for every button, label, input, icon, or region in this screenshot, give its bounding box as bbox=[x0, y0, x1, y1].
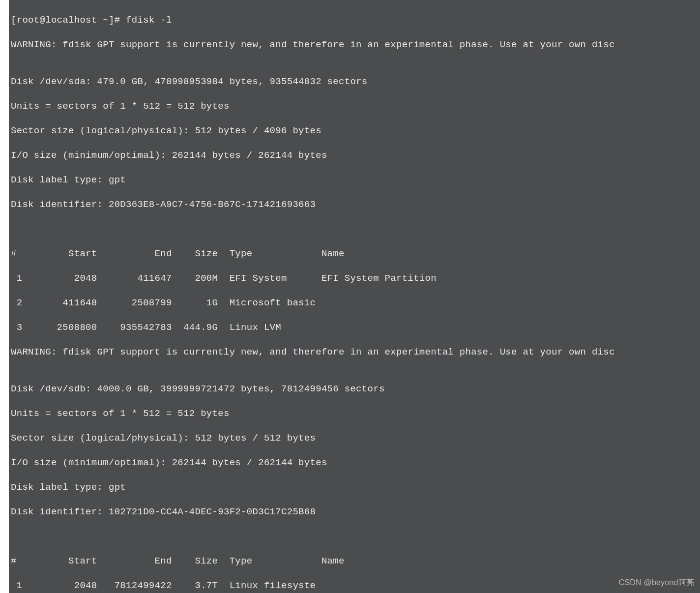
partition-table-header: # Start End Size Type Name bbox=[11, 555, 700, 567]
disk-sda-io-size: I/O size (minimum/optimal): 262144 bytes… bbox=[11, 149, 700, 162]
partition-row: 2 411648 2508799 1G Microsoft basic bbox=[11, 297, 700, 309]
disk-sdb-label: Disk label type: gpt bbox=[11, 481, 700, 494]
disk-sda-label: Disk label type: gpt bbox=[11, 174, 700, 186]
partition-row: 1 2048 411647 200M EFI System EFI System… bbox=[11, 272, 700, 285]
disk-sda-units: Units = sectors of 1 * 512 = 512 bytes bbox=[11, 100, 700, 113]
watermark-text: CSDN @beyond阿亮 bbox=[619, 578, 694, 588]
warning-line: WARNING: fdisk GPT support is currently … bbox=[11, 39, 700, 51]
left-gutter bbox=[0, 0, 9, 593]
partition-row: 1 2048 7812499422 3.7T Linux filesyste bbox=[11, 580, 700, 592]
disk-sdb-sector-size: Sector size (logical/physical): 512 byte… bbox=[11, 432, 700, 445]
partition-table-header: # Start End Size Type Name bbox=[11, 248, 700, 260]
disk-sda-sector-size: Sector size (logical/physical): 512 byte… bbox=[11, 125, 700, 137]
disk-sda-header: Disk /dev/sda: 479.0 GB, 478998953984 by… bbox=[11, 76, 700, 88]
warning-line: WARNING: fdisk GPT support is currently … bbox=[11, 346, 700, 358]
disk-sdb-identifier: Disk identifier: 102721D0-CC4A-4DEC-93F2… bbox=[11, 506, 700, 518]
disk-sdb-header: Disk /dev/sdb: 4000.0 GB, 3999999721472 … bbox=[11, 383, 700, 395]
disk-sdb-io-size: I/O size (minimum/optimal): 262144 bytes… bbox=[11, 457, 700, 469]
terminal-output[interactable]: [root@localhost ~]# fdisk -l WARNING: fd… bbox=[0, 0, 700, 593]
command-prompt-line: [root@localhost ~]# fdisk -l bbox=[11, 14, 700, 27]
disk-sdb-units: Units = sectors of 1 * 512 = 512 bytes bbox=[11, 408, 700, 420]
partition-row: 3 2508800 935542783 444.9G Linux LVM bbox=[11, 322, 700, 334]
disk-sda-identifier: Disk identifier: 20D363E8-A9C7-4756-B67C… bbox=[11, 199, 700, 211]
